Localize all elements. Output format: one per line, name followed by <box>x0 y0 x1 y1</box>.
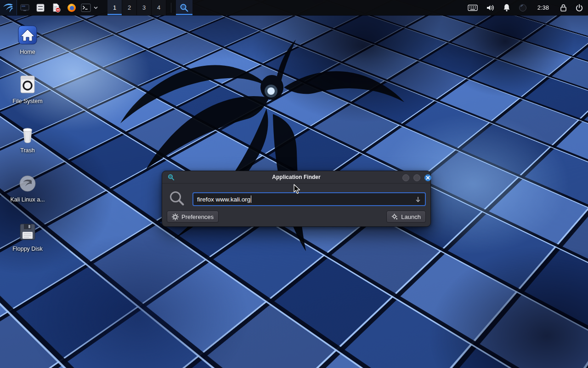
desktop-icon-label: File System <box>6 98 50 105</box>
desktop-icon-floppy-disk[interactable]: Floppy Disk <box>6 220 50 253</box>
terminal-icon <box>81 3 91 12</box>
search-input[interactable]: firefox www.kali.org <box>192 192 426 206</box>
desktop-icon-home[interactable]: Home <box>6 23 50 56</box>
window-titlebar[interactable]: Application Finder <box>162 171 430 184</box>
chevron-down-icon <box>94 6 98 9</box>
monitor-icon <box>20 3 30 13</box>
launcher-terminal[interactable] <box>79 0 92 15</box>
floppy-icon <box>17 221 39 243</box>
log-out-button[interactable] <box>575 0 583 15</box>
panel-separator <box>171 3 171 13</box>
launcher-terminal-group <box>79 0 99 15</box>
window-title: Application Finder <box>162 171 430 184</box>
clock-text: 2:38 <box>537 4 549 11</box>
minimize-button[interactable] <box>402 174 409 181</box>
file-cabinet-icon <box>35 3 45 13</box>
tray-status[interactable] <box>519 0 527 15</box>
tray-volume[interactable] <box>486 0 495 15</box>
panel-right-section: 2:38 <box>468 0 588 15</box>
whisker-menu-button[interactable] <box>0 0 17 15</box>
workspace-3[interactable]: 3 <box>137 0 152 15</box>
workspace-2[interactable]: 2 <box>122 0 137 15</box>
firefox-icon <box>67 3 77 13</box>
launcher-text-editor[interactable] <box>48 0 64 15</box>
launcher-file-manager[interactable] <box>33 0 48 15</box>
preferences-button-label: Preferences <box>181 213 214 220</box>
panel-left-section: 1 2 3 4 <box>0 0 192 15</box>
close-icon <box>426 176 430 180</box>
workspace-label: 2 <box>128 4 131 11</box>
workspace-4[interactable]: 4 <box>152 0 166 15</box>
top-panel: 1 2 3 4 <box>0 0 588 15</box>
document-badge-icon <box>51 3 61 13</box>
lock-screen-button[interactable] <box>560 0 567 15</box>
workspace-1[interactable]: 1 <box>107 0 122 15</box>
desktop-icon-file-system[interactable]: File System <box>6 72 50 105</box>
keyboard-icon <box>468 4 478 12</box>
bell-icon <box>503 3 511 12</box>
power-icon <box>575 4 583 12</box>
launch-button[interactable]: Launch <box>386 211 426 223</box>
tray-keyboard-indicator[interactable] <box>468 0 478 15</box>
magnifier-icon <box>180 3 189 12</box>
entry-dropdown-arrow-icon[interactable] <box>415 196 421 203</box>
search-icon <box>169 190 185 207</box>
dark-circle-icon <box>519 4 527 12</box>
workspace-switcher: 1 2 3 4 <box>107 0 166 15</box>
desktop-icon-label: Floppy Disk <box>6 246 50 253</box>
lock-icon <box>560 3 567 12</box>
drive-icon <box>17 73 39 95</box>
trash-icon <box>17 122 39 144</box>
kali-docs-icon <box>17 172 39 194</box>
desktop-icon-trash[interactable]: Trash <box>6 121 50 154</box>
launch-button-label: Launch <box>401 213 421 220</box>
desktop-icon-label: Kali Linux a... <box>6 196 50 203</box>
maximize-button[interactable] <box>413 174 420 181</box>
desktop-icon-label: Home <box>6 49 50 56</box>
tray-notifications[interactable] <box>503 0 511 15</box>
search-query-text: firefox www.kali.org <box>197 196 250 203</box>
workspace-label: 3 <box>142 4 146 11</box>
taskbar-application-finder[interactable] <box>176 0 192 15</box>
kali-dragon-icon <box>3 2 14 13</box>
launch-icon <box>391 213 398 220</box>
desktop-icon-kali-docs[interactable]: Kali Linux a... <box>6 171 50 203</box>
speaker-icon <box>486 3 495 12</box>
clock[interactable]: 2:38 <box>535 0 552 15</box>
kali-dragon-wallpaper-logo <box>115 18 409 267</box>
gear-icon <box>172 213 179 220</box>
desktop: Home File System Trash Kali Linux a <box>0 0 588 368</box>
terminal-dropdown-button[interactable] <box>92 0 99 15</box>
preferences-button[interactable]: Preferences <box>167 211 219 223</box>
workspace-label: 4 <box>157 4 160 11</box>
home-icon <box>17 24 39 46</box>
desktop-icon-label: Trash <box>6 147 50 154</box>
workspace-label: 1 <box>113 4 116 11</box>
text-caret <box>251 196 251 203</box>
application-finder-window: Application Finder firefox www.kali.org <box>162 171 431 227</box>
close-button[interactable] <box>424 174 431 181</box>
launcher-show-desktop[interactable] <box>17 0 33 15</box>
launcher-firefox[interactable] <box>64 0 79 15</box>
desktop-icon-column: Home File System Trash Kali Linux a <box>6 23 50 269</box>
